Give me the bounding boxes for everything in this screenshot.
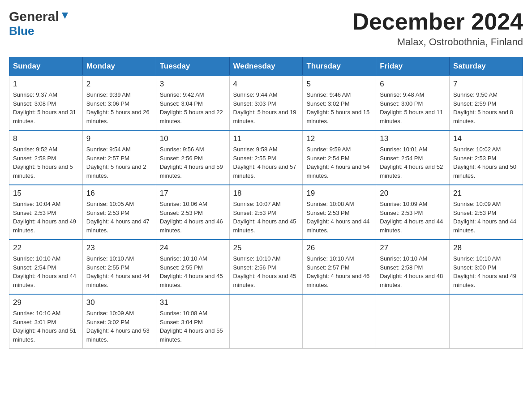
day-info: Sunrise: 10:09 AM Sunset: 2:53 PM Daylig… bbox=[453, 200, 519, 235]
day-number: 14 bbox=[453, 134, 519, 143]
logo-arrow-icon bbox=[60, 11, 70, 22]
day-info: Sunrise: 9:50 AM Sunset: 2:59 PM Dayligh… bbox=[453, 90, 519, 125]
calendar-day-cell: 27 Sunrise: 10:10 AM Sunset: 2:58 PM Day… bbox=[376, 240, 450, 294]
calendar-day-cell: 14 Sunrise: 10:02 AM Sunset: 2:53 PM Day… bbox=[450, 130, 523, 185]
month-title: December 2024 bbox=[352, 9, 523, 34]
calendar-week-row: 22 Sunrise: 10:10 AM Sunset: 2:54 PM Day… bbox=[9, 240, 523, 294]
logo-blue-text: Blue bbox=[9, 24, 34, 38]
day-info: Sunrise: 9:58 AM Sunset: 2:55 PM Dayligh… bbox=[233, 145, 299, 180]
day-info: Sunrise: 9:48 AM Sunset: 3:00 PM Dayligh… bbox=[380, 90, 446, 125]
day-info: Sunrise: 10:07 AM Sunset: 2:53 PM Daylig… bbox=[233, 200, 299, 235]
calendar-week-row: 15 Sunrise: 10:04 AM Sunset: 2:53 PM Day… bbox=[9, 185, 523, 240]
day-number: 28 bbox=[453, 244, 519, 253]
calendar-day-cell: 26 Sunrise: 10:10 AM Sunset: 2:57 PM Day… bbox=[303, 240, 376, 294]
day-number: 21 bbox=[453, 189, 519, 198]
calendar-day-cell: 2 Sunrise: 9:39 AM Sunset: 3:06 PM Dayli… bbox=[82, 76, 156, 130]
day-info: Sunrise: 9:44 AM Sunset: 3:03 PM Dayligh… bbox=[233, 90, 299, 125]
calendar-day-cell bbox=[450, 294, 523, 349]
day-info: Sunrise: 9:56 AM Sunset: 2:56 PM Dayligh… bbox=[160, 145, 226, 180]
day-info: Sunrise: 10:05 AM Sunset: 2:53 PM Daylig… bbox=[86, 200, 152, 235]
calendar-day-cell bbox=[376, 294, 450, 349]
calendar-day-cell: 18 Sunrise: 10:07 AM Sunset: 2:53 PM Day… bbox=[229, 185, 303, 240]
logo: General Blue bbox=[9, 9, 70, 38]
calendar-day-cell: 19 Sunrise: 10:08 AM Sunset: 2:53 PM Day… bbox=[303, 185, 376, 240]
calendar-week-row: 29 Sunrise: 10:10 AM Sunset: 3:01 PM Day… bbox=[9, 294, 523, 349]
day-number: 24 bbox=[160, 244, 226, 253]
calendar-day-cell: 29 Sunrise: 10:10 AM Sunset: 3:01 PM Day… bbox=[9, 294, 83, 349]
day-number: 17 bbox=[160, 189, 226, 198]
day-info: Sunrise: 10:04 AM Sunset: 2:53 PM Daylig… bbox=[13, 200, 79, 235]
day-number: 19 bbox=[306, 189, 372, 198]
day-number: 22 bbox=[13, 244, 79, 253]
day-info: Sunrise: 9:59 AM Sunset: 2:54 PM Dayligh… bbox=[306, 145, 372, 180]
day-number: 25 bbox=[233, 244, 299, 253]
day-number: 29 bbox=[13, 298, 79, 307]
calendar-day-cell: 8 Sunrise: 9:52 AM Sunset: 2:58 PM Dayli… bbox=[9, 130, 83, 185]
day-number: 31 bbox=[160, 298, 226, 307]
calendar-day-cell: 5 Sunrise: 9:46 AM Sunset: 3:02 PM Dayli… bbox=[303, 76, 376, 130]
day-number: 30 bbox=[86, 298, 152, 307]
day-number: 18 bbox=[233, 189, 299, 198]
day-info: Sunrise: 9:39 AM Sunset: 3:06 PM Dayligh… bbox=[86, 90, 152, 125]
day-number: 5 bbox=[306, 80, 372, 89]
calendar-day-cell: 16 Sunrise: 10:05 AM Sunset: 2:53 PM Day… bbox=[82, 185, 156, 240]
calendar-header: SundayMondayTuesdayWednesdayThursdayFrid… bbox=[9, 57, 523, 76]
location-text: Malax, Ostrobothnia, Finland bbox=[352, 36, 523, 48]
day-number: 13 bbox=[380, 134, 446, 143]
svg-marker-0 bbox=[62, 13, 68, 19]
day-info: Sunrise: 10:02 AM Sunset: 2:53 PM Daylig… bbox=[453, 145, 519, 180]
calendar-day-cell: 13 Sunrise: 10:01 AM Sunset: 2:54 PM Day… bbox=[376, 130, 450, 185]
calendar-day-cell: 3 Sunrise: 9:42 AM Sunset: 3:04 PM Dayli… bbox=[156, 76, 229, 130]
calendar-day-cell: 17 Sunrise: 10:06 AM Sunset: 2:53 PM Day… bbox=[156, 185, 229, 240]
day-info: Sunrise: 9:54 AM Sunset: 2:57 PM Dayligh… bbox=[86, 145, 152, 180]
day-info: Sunrise: 10:01 AM Sunset: 2:54 PM Daylig… bbox=[380, 145, 446, 180]
calendar-table: SundayMondayTuesdayWednesdayThursdayFrid… bbox=[9, 57, 523, 349]
calendar-day-cell bbox=[303, 294, 376, 349]
day-of-week-header: Saturday bbox=[450, 57, 523, 76]
day-number: 4 bbox=[233, 80, 299, 89]
day-number: 23 bbox=[86, 244, 152, 253]
day-number: 11 bbox=[233, 134, 299, 143]
calendar-day-cell: 1 Sunrise: 9:37 AM Sunset: 3:08 PM Dayli… bbox=[9, 76, 83, 130]
day-info: Sunrise: 10:10 AM Sunset: 2:57 PM Daylig… bbox=[306, 254, 372, 289]
calendar-week-row: 1 Sunrise: 9:37 AM Sunset: 3:08 PM Dayli… bbox=[9, 76, 523, 130]
day-number: 16 bbox=[86, 189, 152, 198]
day-info: Sunrise: 10:10 AM Sunset: 2:58 PM Daylig… bbox=[380, 254, 446, 289]
calendar-day-cell: 31 Sunrise: 10:08 AM Sunset: 3:04 PM Day… bbox=[156, 294, 229, 349]
day-number: 27 bbox=[380, 244, 446, 253]
day-info: Sunrise: 9:52 AM Sunset: 2:58 PM Dayligh… bbox=[13, 145, 79, 180]
calendar-day-cell: 22 Sunrise: 10:10 AM Sunset: 2:54 PM Day… bbox=[9, 240, 83, 294]
day-info: Sunrise: 10:10 AM Sunset: 3:00 PM Daylig… bbox=[453, 254, 519, 289]
calendar-day-cell bbox=[229, 294, 303, 349]
day-number: 8 bbox=[13, 134, 79, 143]
day-of-week-header: Wednesday bbox=[229, 57, 303, 76]
day-number: 9 bbox=[86, 134, 152, 143]
calendar-day-cell: 20 Sunrise: 10:09 AM Sunset: 2:53 PM Day… bbox=[376, 185, 450, 240]
day-number: 10 bbox=[160, 134, 226, 143]
title-area: December 2024 Malax, Ostrobothnia, Finla… bbox=[352, 9, 523, 48]
calendar-day-cell: 23 Sunrise: 10:10 AM Sunset: 2:55 PM Day… bbox=[82, 240, 156, 294]
day-number: 15 bbox=[13, 189, 79, 198]
calendar-day-cell: 4 Sunrise: 9:44 AM Sunset: 3:03 PM Dayli… bbox=[229, 76, 303, 130]
day-of-week-header: Monday bbox=[82, 57, 156, 76]
day-info: Sunrise: 10:10 AM Sunset: 2:55 PM Daylig… bbox=[160, 254, 226, 289]
calendar-day-cell: 21 Sunrise: 10:09 AM Sunset: 2:53 PM Day… bbox=[450, 185, 523, 240]
calendar-day-cell: 9 Sunrise: 9:54 AM Sunset: 2:57 PM Dayli… bbox=[82, 130, 156, 185]
day-info: Sunrise: 10:06 AM Sunset: 2:53 PM Daylig… bbox=[160, 200, 226, 235]
day-info: Sunrise: 10:08 AM Sunset: 2:53 PM Daylig… bbox=[306, 200, 372, 235]
calendar-day-cell: 25 Sunrise: 10:10 AM Sunset: 2:56 PM Day… bbox=[229, 240, 303, 294]
calendar-day-cell: 30 Sunrise: 10:09 AM Sunset: 3:02 PM Day… bbox=[82, 294, 156, 349]
day-number: 3 bbox=[160, 80, 226, 89]
day-of-week-header: Sunday bbox=[9, 57, 83, 76]
day-number: 20 bbox=[380, 189, 446, 198]
logo-general-text: General bbox=[9, 9, 59, 24]
calendar-day-cell: 28 Sunrise: 10:10 AM Sunset: 3:00 PM Day… bbox=[450, 240, 523, 294]
day-number: 12 bbox=[306, 134, 372, 143]
day-info: Sunrise: 10:08 AM Sunset: 3:04 PM Daylig… bbox=[160, 309, 226, 344]
calendar-day-cell: 15 Sunrise: 10:04 AM Sunset: 2:53 PM Day… bbox=[9, 185, 83, 240]
day-of-week-header: Tuesday bbox=[156, 57, 229, 76]
day-info: Sunrise: 10:10 AM Sunset: 2:54 PM Daylig… bbox=[13, 254, 79, 289]
day-of-week-header: Thursday bbox=[303, 57, 376, 76]
day-info: Sunrise: 10:10 AM Sunset: 3:01 PM Daylig… bbox=[13, 309, 79, 344]
days-of-week-row: SundayMondayTuesdayWednesdayThursdayFrid… bbox=[9, 57, 523, 76]
